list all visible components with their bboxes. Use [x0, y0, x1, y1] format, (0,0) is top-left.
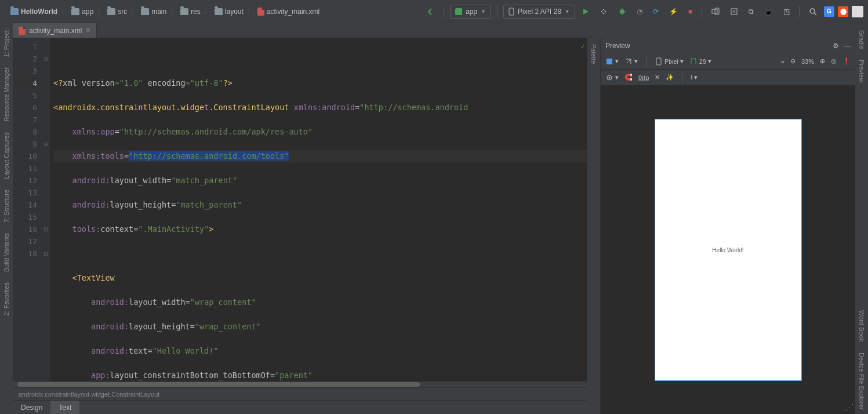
layout-inspector-button[interactable]: ⧉ [745, 5, 757, 19]
tab-design[interactable]: Design [13, 401, 50, 414]
zoom-fit-button[interactable]: ◎ [831, 57, 837, 65]
zoom-level[interactable]: 33% [801, 58, 814, 65]
editor-tab[interactable]: activity_main.xml ✕ [13, 23, 97, 38]
svg-rect-1 [509, 8, 514, 15]
rail-wordbook[interactable]: Word Book [857, 306, 866, 346]
code-editor[interactable]: 1 2 3 4 5 6 7 8 9 10 11 12 13 14 [13, 38, 587, 414]
search-button[interactable] [805, 5, 820, 19]
default-margins[interactable]: 0dp [638, 74, 649, 81]
breadcrumb-src[interactable]: src [107, 8, 127, 16]
editor-breadcrumb-bar: androidx.constraintlayout.widget.Constra… [13, 387, 587, 400]
breadcrumb-app[interactable]: app [71, 8, 93, 16]
rail-layout-captures[interactable]: Layout Captures [2, 128, 11, 184]
fold-marker[interactable]: ⊟ [42, 248, 50, 260]
device-manager-button[interactable]: 📱 [761, 5, 776, 19]
breadcrumb-sep: 〉 [61, 6, 68, 16]
rail-preview[interactable]: Preview [857, 55, 866, 87]
breadcrumb-layout[interactable]: layout [215, 8, 244, 16]
editor-breadcrumb-text[interactable]: androidx.constraintlayout.widget.Constra… [19, 391, 159, 398]
device-frame[interactable]: Hello World! [655, 119, 802, 381]
rail-structure[interactable]: 7: Structure [2, 185, 11, 227]
svg-point-2 [620, 9, 624, 14]
run-button[interactable] [579, 5, 593, 19]
svg-point-17 [609, 77, 611, 78]
breadcrumb-project[interactable]: HelloWorld [10, 8, 57, 16]
orientation-dropdown[interactable]: ▾ [624, 57, 638, 66]
resize-grip-icon[interactable]: ⋰ [845, 402, 854, 413]
rail-project[interactable]: 1: Project [2, 26, 11, 61]
preview-toolbar-1: ▾ ▾ Pixel▾ 29▾ » ⊖ 33% ⊕ ◎ ❗ [601, 53, 855, 70]
guidelines-dropdown[interactable]: I ▾ [691, 74, 698, 81]
preview-toolbar-2: ▾ 🧲 0dp ✕ ✨ I ▾ [601, 70, 855, 86]
xml-file-icon [19, 27, 26, 35]
device-selector[interactable]: Pixel▾ [655, 57, 684, 66]
line-gutter: 1 2 3 4 5 6 7 8 9 10 11 12 13 14 [13, 38, 42, 382]
svg-rect-0 [455, 8, 462, 15]
stop-button[interactable]: ■ [685, 5, 696, 19]
toolbar-actions: app ▼ Pixel 2 API 28 ▼ ◔ ⟳ ⚡ ■ ⧉ 📱 ◳ G ⬤ [423, 5, 863, 19]
close-tab-button[interactable]: ✕ [85, 27, 90, 34]
attach-button[interactable]: ⟳ [649, 5, 662, 19]
preview-minimize-button[interactable]: — [844, 42, 851, 50]
surface-dropdown[interactable]: ▾ [605, 57, 619, 66]
device-dropdown[interactable]: Pixel 2 API 28 ▼ [503, 5, 575, 19]
fold-marker[interactable]: ⊖ [42, 138, 50, 150]
svg-rect-9 [731, 9, 737, 14]
api-selector[interactable]: 29▾ [689, 57, 711, 66]
avd-manager-button[interactable] [708, 5, 723, 19]
infer-constraints-button[interactable]: ✨ [666, 74, 674, 81]
rail-resource-manager[interactable]: Resource Manager [2, 63, 11, 126]
sdk-manager-button[interactable] [727, 5, 742, 19]
translate-button[interactable]: G [824, 6, 834, 17]
breadcrumb-res[interactable]: res [180, 8, 201, 16]
clear-constraints-button[interactable]: ✕ [655, 74, 660, 81]
breadcrumbs: HelloWorld 〉 app 〉 src 〉 main 〉 res 〉 la… [5, 6, 423, 16]
fold-column: ⊖ ⊖ ⊟ ⊟ [42, 38, 50, 382]
git-button[interactable]: ⬤ [838, 6, 848, 17]
right-tool-rail: Gradle Preview Word Book Device File Exp… [855, 23, 868, 414]
chevron-down-icon: ▼ [565, 9, 570, 14]
breadcrumb-project-label: HelloWorld [21, 8, 57, 16]
svg-point-15 [695, 58, 696, 59]
editor-tab-label: activity_main.xml [29, 27, 82, 35]
inspection-ok-icon: ✓ [581, 41, 585, 53]
horizontal-scrollbar[interactable] [13, 382, 587, 387]
rail-device-file-explorer[interactable]: Device File Explorer [857, 348, 866, 414]
magnet-button[interactable]: 🧲 [624, 74, 633, 81]
back-button[interactable] [423, 5, 438, 19]
tab-text[interactable]: Text [50, 401, 79, 414]
fold-marker[interactable]: ⊖ [42, 53, 50, 65]
run-config-dropdown[interactable]: app ▼ [450, 5, 491, 19]
warnings-button[interactable]: ❗ [842, 57, 851, 65]
preview-textview[interactable]: Hello World! [712, 247, 743, 253]
code-content[interactable]: ✓ C <?xml version="1.0" encoding="utf-8"… [50, 38, 587, 382]
zoom-out-button[interactable]: ⊖ [790, 57, 796, 65]
left-tool-rail: 1: Project Resource Manager Layout Captu… [0, 23, 13, 414]
editor-tabbar: activity_main.xml ✕ [13, 23, 855, 38]
apply-changes-button[interactable] [596, 5, 611, 19]
debug-button[interactable] [615, 5, 630, 19]
preview-panel: Preview ⚙ — ▾ ▾ Pixel▾ 29▾ » ⊖ 33% [600, 38, 855, 414]
main-area: 1: Project Resource Manager Layout Captu… [0, 23, 868, 414]
resource-manager-button[interactable]: ◳ [780, 5, 793, 19]
svg-line-11 [814, 13, 816, 15]
svg-rect-12 [606, 59, 612, 64]
preview-canvas[interactable]: Hello World! ⋰ [601, 86, 855, 414]
zoom-in-button[interactable]: ⊕ [820, 57, 825, 65]
rail-gradle[interactable]: Gradle [857, 26, 866, 54]
gradle-sync-button[interactable]: ⚡ [666, 5, 681, 19]
fold-marker[interactable]: ⊟ [42, 223, 50, 235]
device-label: Pixel 2 API 28 [518, 8, 561, 16]
user-avatar[interactable] [852, 6, 863, 17]
profile-button[interactable]: ◔ [633, 5, 646, 19]
rail-build-variants[interactable]: Build Variants [2, 228, 11, 277]
svg-point-10 [810, 9, 815, 13]
rail-favorites[interactable]: 2: Favorites [2, 278, 11, 320]
breadcrumb-main[interactable]: main [141, 8, 166, 16]
view-options-dropdown[interactable]: ▾ [605, 74, 619, 82]
palette-rail: Palette [587, 38, 600, 414]
preview-settings-button[interactable]: ⚙ [833, 42, 839, 50]
rail-palette[interactable]: Palette [589, 38, 598, 70]
more-button[interactable]: » [781, 58, 785, 65]
breadcrumb-file[interactable]: activity_main.xml [257, 8, 319, 16]
